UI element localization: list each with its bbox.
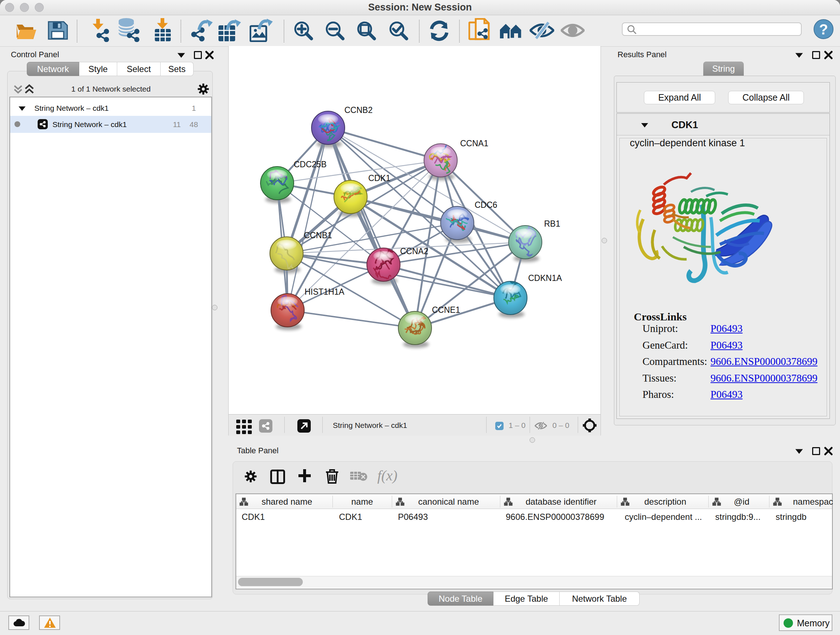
svg-text:CCNA1: CCNA1 xyxy=(460,139,488,148)
svg-text:CCNB1: CCNB1 xyxy=(304,231,332,240)
svg-text:CDKN1A: CDKN1A xyxy=(528,273,562,283)
svg-text:CCNE1: CCNE1 xyxy=(432,305,460,315)
svg-text:RB1: RB1 xyxy=(544,219,561,228)
svg-text:CCNA2: CCNA2 xyxy=(400,247,428,256)
svg-text:CCNB2: CCNB2 xyxy=(344,105,373,115)
svg-text:CDK1: CDK1 xyxy=(368,173,390,183)
svg-text:CDC6: CDC6 xyxy=(475,200,497,210)
svg-text:CDC25B: CDC25B xyxy=(294,160,327,169)
svg-text:HIST1H1A: HIST1H1A xyxy=(305,287,345,296)
